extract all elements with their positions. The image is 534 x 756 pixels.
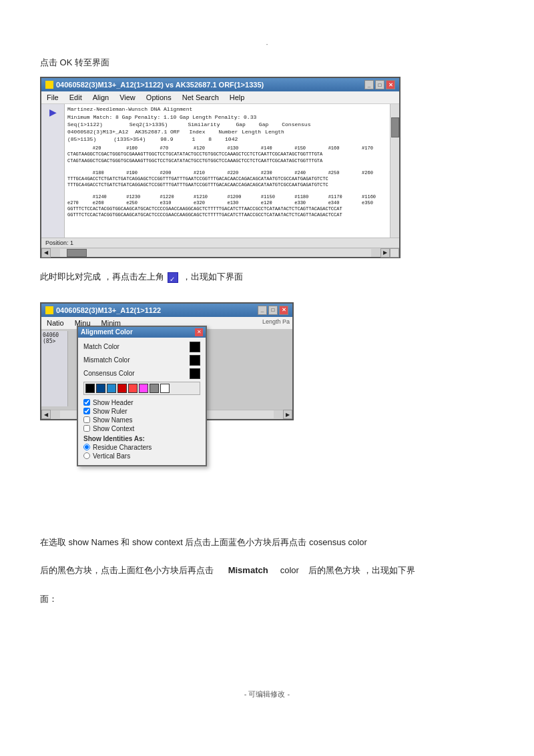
menu-edit[interactable]: Edit — [67, 93, 85, 102]
titlebar-2: 04060582(3)M13+_A12(1>1122 _ □ ✕ — [41, 304, 292, 317]
desc-2: 后的黑色方块，点击上面红色小方块后再点击 Mismatch color 后的黑色… — [40, 565, 415, 575]
show-context-label: Show Context — [93, 425, 134, 432]
menu2-file[interactable]: Natio — [44, 318, 67, 328]
show-names-label: Show Names — [93, 416, 132, 424]
vertical-bars-label: Vertical Bars — [93, 452, 130, 460]
instruction-2-container: 此时即比对完成 ，再点击左上角 ，出现如下界面 — [40, 269, 494, 284]
color-palette — [83, 382, 200, 395]
alignment-main-1: Martínez-Needleman-Wunsch DNA Alignment … — [65, 104, 399, 238]
mismatch-color-box[interactable] — [190, 355, 200, 366]
hscroll-left[interactable]: ◀ — [41, 248, 51, 258]
residue-chars-label: Residue Characters — [93, 444, 152, 451]
vertical-bars-row: Vertical Bars — [83, 452, 200, 460]
show-header-label: Show Header — [93, 399, 134, 406]
consensus-color-row: Consensus Color — [83, 368, 200, 379]
maximize-btn-2[interactable]: □ — [268, 306, 278, 315]
title-text-1: 04060582(3)M13+_A12(1>1122) vs AK352687.… — [45, 81, 264, 89]
hscroll-track-1 — [60, 249, 371, 257]
window2-container: 04060582(3)M13+_A12(1>1122 _ □ ✕ Natio M… — [40, 302, 307, 522]
minimize-btn-2[interactable]: _ — [258, 306, 267, 315]
show-header-checkbox[interactable] — [83, 399, 90, 406]
match-color-row: Match Color — [83, 342, 200, 352]
close-btn-1[interactable]: ✕ — [386, 80, 395, 89]
pos-row-3: e270 e260 e250 e310 e320 e130 e120 e330 … — [67, 200, 396, 206]
menu-netsearch[interactable]: Net Search — [180, 93, 222, 102]
menu-options[interactable]: Options — [144, 93, 174, 102]
palette-blue[interactable] — [107, 384, 116, 393]
match-color-label: Match Color — [83, 343, 119, 350]
desc-text-3: 面： — [40, 590, 494, 609]
show-ruler-row: Show Ruler — [83, 408, 200, 415]
hscroll2-left[interactable]: ◀ — [41, 410, 51, 419]
seq-row-2b: TTTGCA4GACCTCTGATCTGATCAGGAGCTCCGGTTTGAT… — [67, 182, 396, 188]
show-names-checkbox[interactable] — [83, 416, 90, 423]
maximize-btn-1[interactable]: □ — [375, 80, 384, 89]
win1-content-area: ▶ Martínez-Needleman-Wunsch DNA Alignmen… — [41, 104, 399, 238]
alignment-color-dialog: Alignment Color ✕ Match Color Mismatch C… — [77, 326, 207, 466]
instruction-2b: ，出现如下界面 — [182, 272, 243, 282]
win2-side: 04060 (85> — [41, 331, 68, 406]
menu-file[interactable]: File — [44, 93, 61, 102]
mismatch-color-label: Mismatch Color — [83, 356, 129, 364]
ruler-row-2: #180 #190 #200 #210 #220 #230 #240 #250 … — [67, 170, 396, 176]
desc-text-2: 后的黑色方块，点击上面红色小方块后再点击 Mismatch color 后的黑色… — [40, 561, 494, 581]
ruler-row-1: #20 #100 #70 #120 #130 #140 #150 #160 #1… — [67, 145, 396, 151]
show-names-row: Show Names — [83, 416, 200, 424]
minimize-btn-1[interactable]: _ — [364, 80, 374, 89]
mismatch-color-row: Mismatch Color — [83, 355, 200, 366]
hscroll2-right[interactable]: ▶ — [283, 410, 292, 419]
palette-white[interactable] — [160, 384, 170, 393]
seq-row-3b: GGTTTCTCCACTACGGTGGCAAGCATGCACTCCCCGAACC… — [67, 212, 396, 218]
hscroll-right[interactable]: ▶ — [380, 248, 390, 258]
show-ruler-checkbox[interactable] — [83, 408, 90, 414]
palette-lightred[interactable] — [128, 384, 138, 393]
bottom-dot: - 可编辑修改 - — [40, 689, 494, 699]
menu-align[interactable]: Align — [90, 93, 111, 102]
palette-red[interactable] — [117, 384, 127, 393]
window-title-2: 04060582(3)M13+_A12(1>1122 — [56, 306, 161, 314]
window-icon-2 — [45, 306, 53, 314]
consensus-color-label: Consensus Color — [83, 370, 135, 377]
ok-icon — [168, 272, 178, 283]
menu2-extra: Length Pa — [262, 318, 290, 328]
win2-seq-id-1: 04060 — [43, 332, 66, 338]
window-title-1: 04060582(3)M13+_A12(1>1122) vs AK352687.… — [56, 81, 264, 89]
residue-chars-radio[interactable] — [83, 444, 90, 450]
dialog-title: Alignment Color — [81, 328, 133, 336]
spacer-top — [40, 292, 494, 302]
dialog-close-btn[interactable]: ✕ — [195, 328, 203, 336]
top-dot: · — [40, 40, 494, 48]
show-ruler-label: Show Ruler — [93, 408, 127, 415]
close-btn-2[interactable]: ✕ — [279, 306, 288, 315]
vertical-bars-radio[interactable] — [83, 452, 90, 459]
seq-row-1b: CTAGTAAGGCTCGACTGGGTGCGAAAGTTGGCTCCTGCAT… — [67, 158, 396, 164]
menu-view[interactable]: View — [117, 93, 138, 102]
match-color-box[interactable] — [190, 342, 200, 352]
alignment-table: #20 #100 #70 #120 #130 #140 #150 #160 #1… — [67, 145, 396, 218]
header-line-3: 04060582(3)M13+_A12 AK352687.1 ORF Index… — [67, 128, 396, 135]
spacer-1 — [67, 164, 396, 170]
palette-black[interactable] — [85, 384, 95, 393]
instruction-1: 点击 OK 转至界面 — [40, 55, 494, 70]
spacer-2 — [67, 188, 396, 194]
seq-row-1a: CTAGTAAGGCTCGACTGGGTGCGAAAGTTGGCTCCTGCAT… — [67, 151, 396, 157]
header-line-0: Martínez-Needleman-Wunsch DNA Alignment — [67, 105, 396, 113]
scrollbar-thumb-1[interactable] — [391, 117, 399, 137]
hscroll-thumb-1[interactable] — [67, 249, 87, 257]
palette-gray[interactable] — [150, 384, 159, 393]
scrollbar-right-1[interactable] — [390, 104, 399, 238]
consensus-color-box[interactable] — [190, 368, 200, 379]
palette-pink[interactable] — [139, 384, 148, 393]
desc-3: 面： — [40, 594, 57, 604]
position-label: Position: 1 — [45, 240, 73, 246]
show-context-checkbox[interactable] — [83, 425, 90, 432]
win-controls-2: _ □ ✕ — [258, 306, 288, 315]
header-line-1: Minimum Match: 8 Gap Penalty: 1.10 Gap L… — [67, 113, 396, 121]
expand-arrow[interactable]: ▶ — [49, 107, 57, 117]
palette-darkblue[interactable] — [96, 384, 105, 393]
title-text-2: 04060582(3)M13+_A12(1>1122 — [45, 306, 161, 314]
identities-section-label: Show Identities As: — [83, 435, 200, 442]
menu-help[interactable]: Help — [227, 93, 248, 102]
statusbar-1: Position: 1 — [41, 238, 399, 248]
hscrollbar-1[interactable]: ◀ ▶ — [41, 248, 399, 257]
